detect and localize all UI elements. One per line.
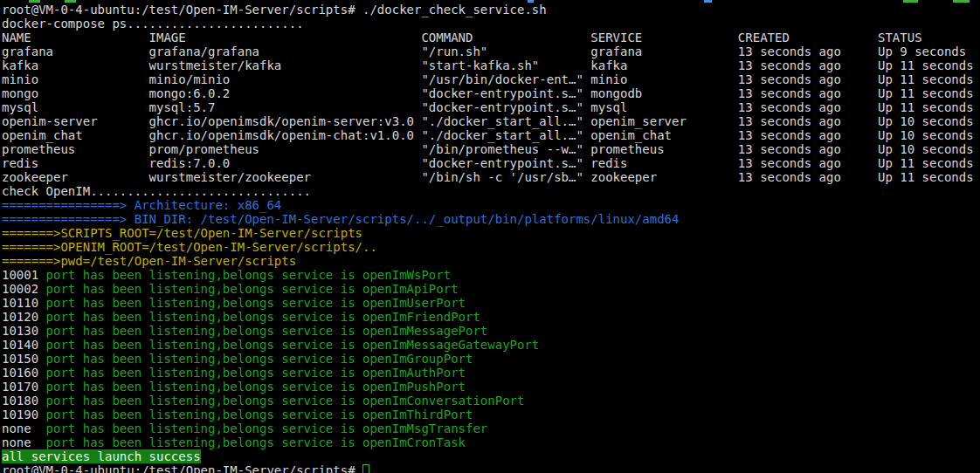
- check-openim-line: check OpenIM............................…: [2, 184, 980, 198]
- port-status-line: none port has been listening,belongs ser…: [2, 435, 980, 449]
- docker-ps-row: prometheus prom/prometheus "/bin/prometh…: [2, 142, 980, 156]
- success-line: all services launch success: [2, 449, 980, 463]
- port-status-line: 10150 port has been listening,belongs se…: [2, 352, 980, 366]
- docker-ps-row: redis redis:7.0.0 "docker-entrypoint.s…"…: [2, 156, 980, 170]
- port-status-line: 10140 port has been listening,belongs se…: [2, 338, 980, 352]
- compose-ps-line: docker-compose ps.......................…: [2, 17, 980, 31]
- port-status-line: none port has been listening,belongs ser…: [2, 422, 980, 435]
- port-status-line: 10110 port has been listening,belongs se…: [2, 296, 980, 310]
- docker-ps-row: minio minio/minio "/usr/bin/docker-ent…"…: [2, 72, 980, 86]
- docker-ps-row: mysql mysql:5.7 "docker-entrypoint.s…" m…: [2, 100, 980, 114]
- cropped-char-fragment: [65, 0, 76, 3]
- env-info-line: =======>SCRIPTS_ROOT=/test/Open-IM-Serve…: [2, 226, 980, 240]
- env-info-line: ================> BIN_DIR: /test/Open-IM…: [2, 212, 980, 226]
- port-status-line: 10170 port has been listening,belongs se…: [2, 380, 980, 394]
- env-info-line: =======>pwd=/test/Open-IM-Server/scripts: [2, 254, 980, 268]
- cropped-char-fragment: [953, 0, 970, 3]
- port-status-line: 10160 port has been listening,belongs se…: [2, 366, 980, 380]
- port-status-line: 10180 port has been listening,belongs se…: [2, 394, 980, 408]
- port-status-line: 10001 port has been listening,belongs se…: [2, 268, 980, 282]
- port-status-line: 10002 port has been listening,belongs se…: [2, 282, 980, 296]
- terminal-screen[interactable]: root@VM-0-4-ubuntu:/test/Open-IM-Server/…: [0, 3, 980, 473]
- docker-ps-row: kafka wurstmeister/kafka "start-kafka.sh…: [2, 58, 980, 72]
- cropped-char-fragment: [29, 0, 40, 3]
- docker-ps-row: openim_chat ghcr.io/openimsdk/openim-cha…: [2, 128, 980, 142]
- docker-ps-row: openim-server ghcr.io/openimsdk/openim-s…: [2, 114, 980, 128]
- terminal-cursor: [362, 464, 369, 473]
- port-status-line: 10130 port has been listening,belongs se…: [2, 324, 980, 338]
- docker-ps-row: grafana grafana/grafana "/run.sh" grafan…: [2, 45, 980, 58]
- port-status-line: 10190 port has been listening,belongs se…: [2, 408, 980, 422]
- port-status-line: 10120 port has been listening,belongs se…: [2, 310, 980, 324]
- final-prompt-line: root@VM-0-4-ubuntu:/test/Open-IM-Server/…: [2, 463, 980, 473]
- docker-ps-row: zookeeper wurstmeister/zookeeper "/bin/s…: [2, 170, 980, 184]
- cropped-char-fragment: [528, 0, 534, 3]
- cropped-char-fragment: [903, 0, 918, 3]
- docker-ps-row: mongo mongo:6.0.2 "docker-entrypoint.s…"…: [2, 86, 980, 100]
- env-info-line: ================> Architecture: x86_64: [2, 198, 980, 212]
- env-info-line: =======>OPENIM_ROOT=/test/Open-IM-Server…: [2, 240, 980, 254]
- prompt-command-line: root@VM-0-4-ubuntu:/test/Open-IM-Server/…: [2, 3, 980, 17]
- cropped-char-fragment: [704, 0, 712, 3]
- docker-ps-header: NAME IMAGE COMMAND SERVICE CREATED STATU…: [2, 31, 980, 45]
- cropped-line-fragments: [0, 0, 980, 3]
